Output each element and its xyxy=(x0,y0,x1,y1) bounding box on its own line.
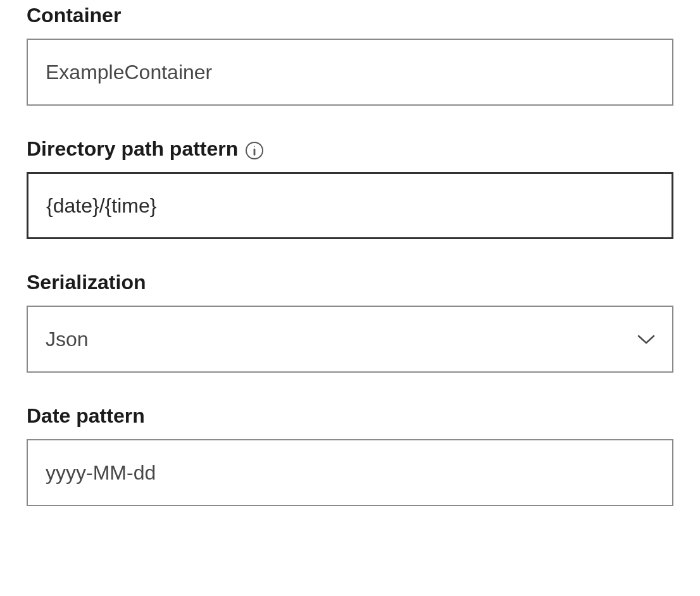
container-label-text: Container xyxy=(27,4,121,27)
serialization-select-wrap xyxy=(27,306,673,373)
container-input[interactable] xyxy=(27,39,673,106)
directory-path-pattern-label-text: Directory path pattern xyxy=(27,137,238,161)
serialization-label: Serialization xyxy=(27,271,673,294)
info-icon[interactable] xyxy=(246,142,263,159)
directory-path-pattern-input[interactable] xyxy=(27,172,673,239)
directory-path-pattern-label: Directory path pattern xyxy=(27,137,673,161)
serialization-field-group: Serialization xyxy=(27,271,673,373)
container-field-group: Container xyxy=(27,4,673,106)
serialization-label-text: Serialization xyxy=(27,271,146,294)
svg-point-0 xyxy=(254,146,256,147)
date-pattern-input[interactable] xyxy=(27,439,673,506)
serialization-select[interactable] xyxy=(27,306,673,373)
directory-path-pattern-field-group: Directory path pattern xyxy=(27,137,673,239)
container-label: Container xyxy=(27,4,673,27)
date-pattern-field-group: Date pattern xyxy=(27,404,673,506)
date-pattern-label-text: Date pattern xyxy=(27,404,145,428)
date-pattern-label: Date pattern xyxy=(27,404,673,428)
